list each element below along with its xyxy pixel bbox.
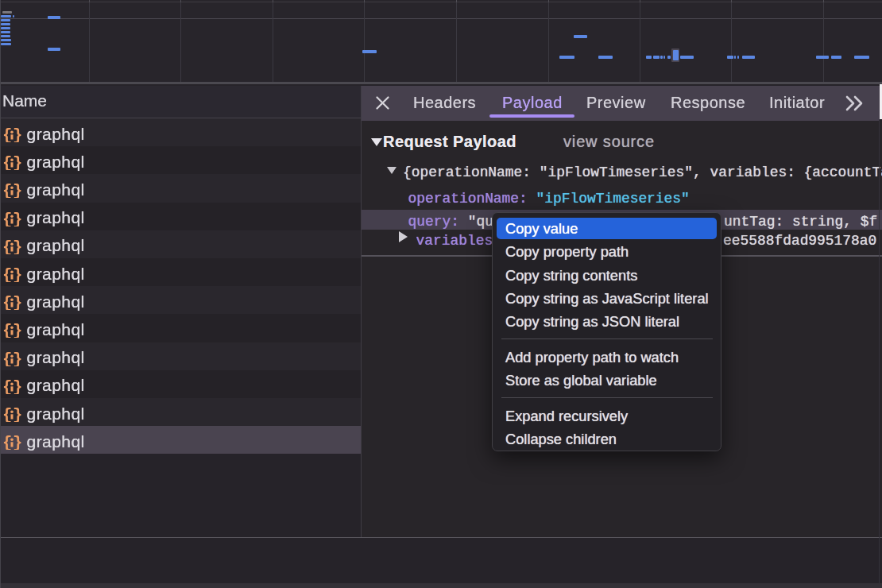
svg-text:{: { [2,267,12,282]
svg-text:}: } [13,267,21,282]
svg-text:{: { [2,295,12,310]
svg-text:}: } [13,127,21,142]
svg-text:{: { [2,435,12,450]
svg-text:{: { [2,407,12,422]
svg-text:{: { [2,323,12,338]
svg-text:{: { [2,211,12,226]
svg-text:}: } [13,239,21,254]
svg-text:}: } [13,351,21,366]
svg-text:}: } [13,155,21,170]
svg-text:{: { [2,155,12,170]
svg-text:}: } [13,407,21,422]
svg-text:{: { [2,183,12,198]
svg-text:{: { [2,379,12,394]
svg-text:{: { [2,127,12,142]
svg-text:}: } [13,295,21,310]
svg-text:{: { [2,351,12,366]
svg-text:}: } [13,379,21,394]
svg-text:}: } [13,183,21,198]
svg-text:}: } [13,435,21,450]
svg-text:}: } [13,323,21,338]
svg-text:}: } [13,211,21,226]
svg-text:{: { [2,239,12,254]
